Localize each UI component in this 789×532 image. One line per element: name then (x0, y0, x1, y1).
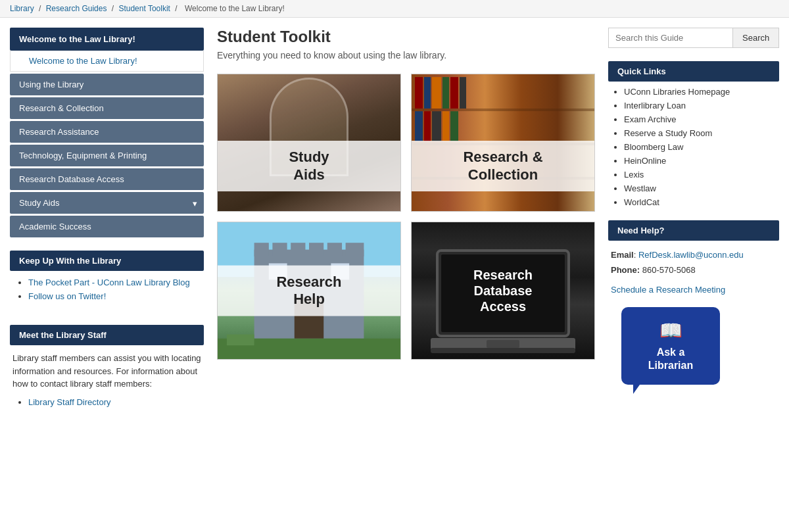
ask-librarian-button[interactable]: 📖 Ask a Librarian (621, 307, 720, 385)
meet-staff-box: Meet the Library Staff Library staff mem… (10, 325, 204, 418)
list-item: Reserve a Study Room (624, 128, 779, 138)
sidebar-item-study-aids[interactable]: Study Aids (10, 192, 204, 214)
list-item: HeinOnline (624, 156, 779, 166)
svg-rect-10 (424, 111, 431, 141)
left-sidebar: Welcome to the Law Library! Welcome to t… (10, 28, 204, 418)
keep-up-header: Keep Up With the Library (10, 251, 204, 271)
breadcrumb-sep-1: / (39, 4, 43, 13)
list-item: Interlibrary Loan (624, 101, 779, 110)
need-help-section: Need Help? Email: RefDesk.lawlib@uconn.e… (608, 220, 779, 297)
svg-rect-8 (460, 77, 466, 109)
reserve-study-room-link[interactable]: Reserve a Study Room (624, 128, 712, 138)
svg-rect-19 (309, 243, 323, 256)
need-help-header: Need Help? (608, 220, 779, 241)
meet-staff-content: Library staff members can assist you wit… (10, 345, 204, 418)
svg-rect-21 (346, 243, 364, 256)
sidebar-item-database-access[interactable]: Research Database Access (10, 168, 204, 190)
main-content: Student Toolkit Everything you need to k… (217, 28, 595, 418)
list-item: Exam Archive (624, 114, 779, 124)
breadcrumb-research-guides[interactable]: Research Guides (46, 4, 107, 13)
westlaw-link[interactable]: Westlaw (624, 183, 656, 193)
sidebar-item-academic-success[interactable]: Academic Success (10, 216, 204, 237)
breadcrumb-library[interactable]: Library (10, 4, 34, 13)
svg-rect-11 (432, 111, 441, 141)
tile-research-collection-label: Research &Collection (412, 141, 594, 191)
list-item: Bloomberg Law (624, 142, 779, 152)
svg-rect-9 (415, 111, 423, 141)
list-item: Lexis (624, 170, 779, 180)
svg-rect-31 (487, 340, 519, 348)
tile-study-aids-text: StudyAids (227, 149, 391, 183)
page-subtitle: Everything you need to know about using … (217, 50, 595, 60)
bloomberg-law-link[interactable]: Bloomberg Law (624, 142, 683, 152)
svg-rect-3 (415, 77, 423, 109)
interlibrary-loan-link[interactable]: Interlibrary Loan (624, 101, 686, 110)
schedule-meeting-link[interactable]: Schedule a Research Meeting (611, 285, 725, 295)
phone-label: Phone: (611, 265, 640, 275)
tile-database-access-text: ResearchDatabaseAccess (421, 267, 585, 314)
email-info: Email: RefDesk.lawlib@uconn.edu (611, 247, 777, 262)
search-button[interactable]: Search (732, 28, 779, 48)
pocket-part-link[interactable]: The Pocket Part - UConn Law Library Blog (28, 278, 190, 287)
phone-value: 860-570-5068 (642, 265, 696, 275)
tile-study-aids[interactable]: StudyAids (217, 74, 401, 212)
svg-rect-0 (412, 109, 594, 111)
email-label: Email (611, 250, 634, 260)
breadcrumb-current: Welcome to the Law Library! (185, 4, 285, 13)
sidebar-item-technology[interactable]: Technology, Equipment & Printing (10, 145, 204, 166)
quick-links-list: UConn Libraries Homepage Interlibrary Lo… (608, 87, 779, 207)
svg-rect-18 (291, 243, 305, 256)
book-icon: 📖 (636, 319, 705, 343)
uconn-libraries-link[interactable]: UConn Libraries Homepage (624, 87, 730, 97)
tile-research-collection-text: Research &Collection (421, 149, 585, 183)
svg-rect-6 (442, 77, 449, 109)
keep-up-content: The Pocket Part - UConn Law Library Blog… (10, 271, 204, 312)
sidebar-item-using-library[interactable]: Using the Library (10, 74, 204, 95)
tile-research-help-label: ResearchHelp (218, 266, 400, 316)
heinonline-link[interactable]: HeinOnline (624, 156, 666, 166)
tile-database-access-label: ResearchDatabaseAccess (412, 259, 594, 322)
svg-rect-12 (442, 111, 449, 141)
content-grid: StudyAids (217, 74, 595, 360)
svg-rect-16 (254, 243, 269, 256)
breadcrumb-student-toolkit[interactable]: Student Toolkit (118, 4, 170, 13)
tile-research-collection[interactable]: Research &Collection (411, 74, 595, 212)
breadcrumb-sep-2: / (112, 4, 116, 13)
need-help-content: Email: RefDesk.lawlib@uconn.edu Phone: 8… (608, 247, 779, 297)
tile-research-help[interactable]: ResearchHelp (217, 222, 401, 360)
tile-study-aids-label: StudyAids (218, 141, 400, 191)
svg-rect-13 (450, 111, 458, 141)
twitter-link[interactable]: Follow us on Twitter! (28, 291, 106, 301)
page-title: Student Toolkit (217, 28, 595, 46)
nav-sub-item-welcome[interactable]: Welcome to the Law Library! (10, 51, 204, 72)
right-sidebar: Search Quick Links UConn Libraries Homep… (608, 28, 779, 418)
breadcrumb: Library / Research Guides / Student Tool… (0, 0, 789, 18)
ask-librarian-text: Ask a Librarian (648, 347, 693, 372)
schedule-info: Schedule a Research Meeting (611, 282, 777, 297)
meet-staff-header: Meet the Library Staff (10, 325, 204, 345)
svg-rect-7 (450, 77, 458, 109)
search-input[interactable] (608, 28, 732, 48)
svg-rect-5 (432, 77, 441, 109)
email-link[interactable]: RefDesk.lawlib@uconn.edu (638, 250, 744, 260)
lexis-link[interactable]: Lexis (624, 170, 644, 180)
exam-archive-link[interactable]: Exam Archive (624, 114, 676, 124)
nav-box: Welcome to the Law Library! Welcome to t… (10, 28, 204, 237)
staff-directory-link[interactable]: Library Staff Directory (28, 397, 110, 407)
sidebar-item-research-assistance[interactable]: Research Assistance (10, 121, 204, 143)
quick-links-header: Quick Links (608, 61, 779, 82)
sidebar-item-research-collection[interactable]: Research & Collection (10, 97, 204, 119)
list-item: Westlaw (624, 183, 779, 193)
phone-info: Phone: 860-570-5068 (611, 262, 777, 278)
search-box: Search (608, 28, 779, 48)
svg-rect-20 (327, 243, 342, 256)
svg-rect-26 (227, 335, 254, 346)
list-item: Library Staff Directory (28, 397, 204, 407)
svg-rect-30 (431, 348, 575, 353)
tile-database-access[interactable]: ResearchDatabaseAccess (411, 222, 595, 360)
list-item: The Pocket Part - UConn Law Library Blog (28, 278, 204, 287)
keep-up-box: Keep Up With the Library The Pocket Part… (10, 251, 204, 312)
meet-staff-text: Library staff members can assist you wit… (10, 352, 204, 391)
list-item: WorldCat (624, 197, 779, 207)
worldcat-link[interactable]: WorldCat (624, 197, 659, 207)
